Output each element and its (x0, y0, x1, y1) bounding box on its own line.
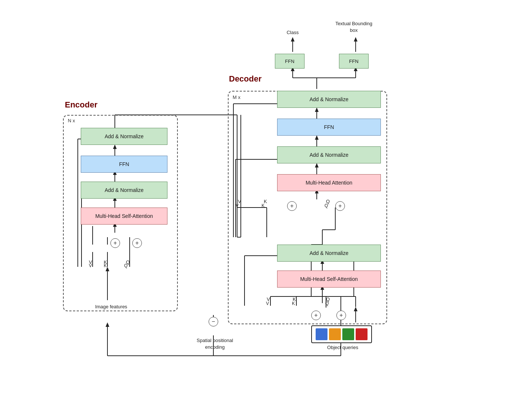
spatial-pos-label: Spatial positional encoding (196, 337, 233, 351)
oq-color-red (356, 328, 368, 340)
encoder-add-norm-2: Add & Normalize (81, 182, 167, 199)
decoder-mha-self: Multi-Head Self-Attention (277, 271, 381, 288)
svg-marker-77 (291, 37, 295, 42)
spatial-pos-circle: − (209, 317, 218, 326)
decoder-add-norm-mid: Add & Normalize (277, 146, 381, 163)
object-queries-label: Object queries (317, 345, 369, 350)
output-ffn-class: FFN (275, 54, 305, 69)
decoder-cross-k-label: K (262, 203, 265, 208)
output-ffn-bbox: FFN (339, 54, 369, 69)
decoder-add-norm-top: Add & Normalize (277, 91, 381, 108)
decoder-self-k-label: K (292, 301, 295, 306)
decoder-cross-plus-q: + (335, 201, 345, 211)
decoder-self-plus-k: + (311, 311, 321, 320)
decoder-cross-q-label: Q (325, 203, 328, 208)
encoder-k-label: K (104, 263, 107, 268)
decoder-self-v-label: V (266, 301, 269, 306)
decoder-add-norm-bot: Add & Normalize (277, 245, 381, 262)
decoder-cross-v-label: V (236, 203, 239, 208)
object-queries-box (311, 325, 372, 343)
svg-marker-84 (106, 322, 109, 327)
diagram-container: V K Q (0, 0, 532, 398)
encoder-add-norm-1: Add & Normalize (81, 128, 167, 145)
decoder-mha-cross: Multi-Head Attention (277, 174, 381, 191)
decoder-self-q-label: Q (325, 301, 329, 306)
encoder-q-label: Q (124, 263, 127, 268)
encoder-ffn: FFN (81, 156, 167, 173)
decoder-mx-label: M x (233, 94, 240, 100)
decoder-ffn: FFN (277, 119, 381, 136)
encoder-nx-label: N x (68, 118, 75, 123)
decoder-cross-plus-k: + (287, 201, 297, 211)
encoder-plus-k: + (110, 238, 120, 248)
encoder-v-label: V (89, 263, 92, 268)
class-output-label: Class (282, 30, 304, 35)
encoder-mha: Multi-Head Self-Attention (81, 208, 167, 225)
encoder-plus-q: + (132, 238, 142, 248)
oq-color-green (342, 328, 354, 340)
oq-color-orange (329, 328, 341, 340)
svg-marker-79 (354, 37, 358, 42)
decoder-title: Decoder (229, 74, 262, 84)
bbox-output-label: Textual Bounding box (333, 20, 374, 34)
image-features-label: Image features (85, 304, 137, 309)
oq-color-blue (316, 328, 327, 340)
decoder-self-plus-q: + (336, 311, 346, 320)
encoder-title: Encoder (65, 100, 97, 110)
